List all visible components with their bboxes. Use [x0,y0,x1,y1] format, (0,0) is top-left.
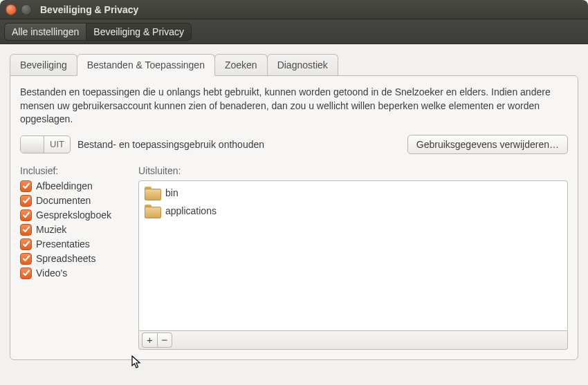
list-item-label: bin [165,187,178,198]
tab-search[interactable]: Zoeken [214,54,268,75]
include-item: Muziek [20,224,127,236]
tab-pane: Bestanden en toepassingen die u onlangs … [10,75,578,360]
include-item-label: Presentaties [36,238,90,250]
include-item: Gesprekslogboek [20,209,127,221]
include-item: Documenten [20,195,127,207]
checkbox[interactable] [20,209,32,221]
description-text: Bestanden en toepassingen die u onlangs … [20,86,568,126]
checkbox[interactable] [20,224,32,236]
checkbox[interactable] [20,195,32,207]
titlebar: Beveiliging & Privacy [0,0,588,19]
list-item[interactable]: bin [142,184,564,202]
breadcrumb-current[interactable]: Beveiliging & Privacy [86,23,192,41]
tab-bar: Beveiliging Bestanden & Toepassingen Zoe… [10,54,578,75]
list-item[interactable]: applications [142,202,564,220]
include-item-label: Gesprekslogboek [36,209,111,220]
include-item-label: Muziek [36,224,66,235]
remove-button[interactable]: − [157,332,172,348]
breadcrumb-all-settings[interactable]: Alle instellingen [4,23,86,41]
tab-files-apps[interactable]: Bestanden & Toepassingen [77,54,215,76]
checkbox[interactable] [20,180,32,192]
include-item-label: Spreadsheets [36,253,95,264]
checkbox[interactable] [20,238,32,250]
toolbar: Alle instellingen Beveiliging & Privacy [0,19,588,44]
minimize-icon[interactable] [21,4,32,15]
include-label: Inclusief: [20,165,127,176]
checkbox[interactable] [20,253,32,265]
breadcrumb: Alle instellingen Beveiliging & Privacy [4,23,192,41]
folder-icon [145,205,160,217]
toggle-description: Bestand- en toepassingsgebruik onthouden [77,139,407,150]
checkbox[interactable] [20,267,32,279]
include-column: Inclusief: AfbeeldingenDocumentenGesprek… [20,165,127,350]
close-icon[interactable] [6,4,17,15]
record-usage-row: UIT Bestand- en toepassingsgebruik ontho… [20,135,568,154]
toggle-knob [21,136,44,153]
record-usage-toggle[interactable]: UIT [20,135,71,153]
exclude-column: Uitsluiten: binapplications + − [138,165,568,350]
tab-security[interactable]: Beveiliging [10,54,77,75]
include-item: Afbeeldingen [20,180,127,192]
include-item-label: Video's [36,267,67,279]
list-item-label: applications [165,205,217,216]
window-title: Beveiliging & Privacy [40,4,138,15]
exclude-label: Uitsluiten: [138,165,568,176]
include-item: Presentaties [20,238,127,250]
exclude-toolbar: + − [138,331,568,350]
include-item: Video's [20,267,127,279]
toggle-state: UIT [44,139,70,149]
clear-usage-button[interactable]: Gebruiksgegevens verwijderen… [407,135,568,154]
include-item-label: Afbeeldingen [36,180,93,191]
add-button[interactable]: + [142,332,157,348]
content-area: Beveiliging Bestanden & Toepassingen Zoe… [0,44,588,370]
tab-diagnostic[interactable]: Diagnostiek [267,54,338,75]
include-item: Spreadsheets [20,253,127,265]
exclude-listbox[interactable]: binapplications [138,180,568,331]
include-item-label: Documenten [36,195,91,206]
folder-icon [145,187,160,199]
